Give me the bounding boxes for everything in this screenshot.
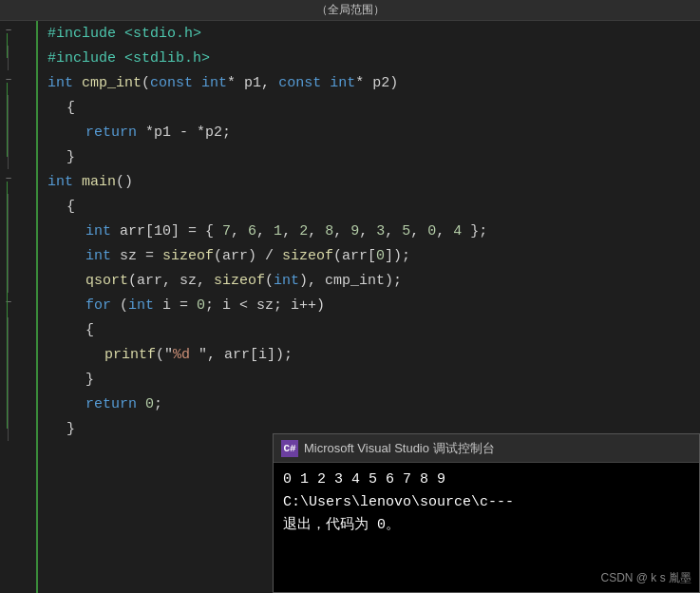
token: 1 — [274, 223, 282, 239]
fold-indicator-3[interactable]: − — [2, 74, 15, 86]
code-line-14: printf("%d ", arr[i]); — [47, 342, 691, 367]
token: * p2) — [355, 75, 398, 91]
token: sizeof — [214, 273, 265, 289]
token: cmp_int — [82, 75, 142, 91]
token: 6 — [248, 223, 256, 239]
code-line-2: #include <stdlib.h> — [47, 46, 691, 70]
token: , — [385, 223, 402, 239]
token: ( — [265, 273, 274, 289]
token: int — [85, 248, 111, 264]
token: ( — [142, 75, 150, 91]
fold-indicator-12[interactable]: − — [2, 296, 15, 308]
code-line-16: return 0; — [47, 392, 691, 416]
token: ; i < sz; i++) — [205, 297, 325, 314]
token: } — [66, 421, 75, 437]
token: ( — [111, 297, 128, 314]
token — [321, 75, 330, 91]
token: } — [66, 149, 75, 165]
token — [137, 396, 145, 412]
token: %d — [173, 347, 199, 363]
console-line-2: C:\Users\lenovo\source\c--- — [283, 491, 690, 514]
token: 0 — [376, 248, 385, 264]
token: sz = — [111, 248, 162, 264]
token: 7 — [222, 223, 231, 239]
token: ), cmp_int); — [299, 273, 402, 289]
token: int — [47, 174, 73, 190]
top-bar: （全局范围） — [0, 0, 700, 21]
code-line-8: { — [47, 194, 691, 219]
token: , — [282, 223, 299, 239]
token: (arr) / — [214, 248, 282, 264]
console-line-1: 0 1 2 3 4 5 6 7 8 9 — [283, 469, 690, 491]
token: arr[10] = { — [111, 223, 222, 239]
token: int — [47, 75, 73, 91]
token: * p1, — [227, 75, 278, 91]
token: int — [274, 273, 299, 289]
token: , — [436, 223, 453, 239]
token: 2 — [299, 223, 308, 239]
code-line-12: for (int i = 0; i < sz; i++) — [47, 293, 691, 317]
console-title-bar: C# Microsoft Visual Studio 调试控制台 — [274, 434, 699, 463]
fold-indicator-1[interactable]: − — [2, 25, 15, 36]
gutter: −−−− — [0, 21, 38, 593]
token — [73, 75, 82, 91]
token: , — [333, 223, 350, 239]
token: main — [82, 174, 116, 190]
token: return — [85, 396, 137, 412]
token: (arr, sz, — [128, 273, 214, 289]
token: int — [128, 297, 154, 314]
watermark: CSDN @ k s 胤墨 — [600, 570, 691, 586]
token: , — [359, 223, 376, 239]
code-line-11: qsort(arr, sz, sizeof(int), cmp_int); — [47, 268, 691, 293]
token: { — [66, 199, 75, 215]
token: 9 — [350, 223, 359, 239]
fold-line — [7, 305, 8, 379]
token: sizeof — [282, 248, 333, 264]
console-output: 0 1 2 3 4 5 6 7 8 9 C:\Users\lenovo\sour… — [274, 463, 699, 543]
token: ]); — [385, 248, 410, 264]
code-line-9: int arr[10] = { 7, 6, 1, 2, 8, 9, 3, 5, … — [47, 219, 691, 243]
token: const — [278, 75, 321, 91]
console-popup: C# Microsoft Visual Studio 调试控制台 0 1 2 3… — [273, 433, 700, 593]
editor-area: （全局范围） −−−− #include <stdio.h>#include <… — [0, 0, 700, 593]
token: , — [256, 223, 274, 239]
token: 5 — [402, 223, 410, 239]
token: , — [231, 223, 248, 239]
token: 0 — [145, 396, 154, 412]
token: }; — [462, 223, 487, 239]
token: return — [85, 124, 137, 141]
token — [73, 174, 82, 190]
vs-icon: C# — [281, 440, 298, 457]
console-title: Microsoft Visual Studio 调试控制台 — [304, 440, 495, 457]
token: 8 — [325, 223, 333, 239]
code-line-15: } — [47, 367, 691, 392]
token: (arr[ — [333, 248, 376, 264]
token: , — [308, 223, 325, 239]
token: #include <stdlib.h> — [47, 50, 210, 67]
token: printf — [104, 347, 156, 363]
code-line-6: } — [47, 144, 691, 169]
token: , — [410, 223, 427, 239]
token: { — [85, 322, 94, 338]
token: int — [201, 75, 227, 91]
token: int — [85, 223, 111, 239]
token: #include <stdio.h> — [47, 26, 201, 42]
token: (" — [156, 347, 173, 363]
token: ", arr[i]); — [199, 347, 293, 363]
code-line-13: { — [47, 317, 691, 342]
fold-indicator-7[interactable]: − — [2, 173, 15, 184]
console-line-3: 退出，代码为 0。 — [283, 514, 690, 537]
code-line-10: int sz = sizeof(arr) / sizeof(arr[0]); — [47, 243, 691, 268]
token: int — [330, 75, 355, 91]
fold-line — [7, 83, 8, 157]
token: () — [116, 174, 133, 190]
token: 4 — [453, 223, 462, 239]
scope-label: （全局范围） — [316, 2, 385, 18]
code-line-7: int main() — [47, 169, 691, 194]
code-line-5: return *p1 - *p2; — [47, 120, 691, 144]
token: qsort — [85, 273, 128, 289]
code-line-3: int cmp_int(const int* p1, const int* p2… — [47, 70, 691, 95]
token: sizeof — [162, 248, 214, 264]
token: } — [85, 372, 94, 388]
code-line-4: { — [47, 95, 691, 120]
